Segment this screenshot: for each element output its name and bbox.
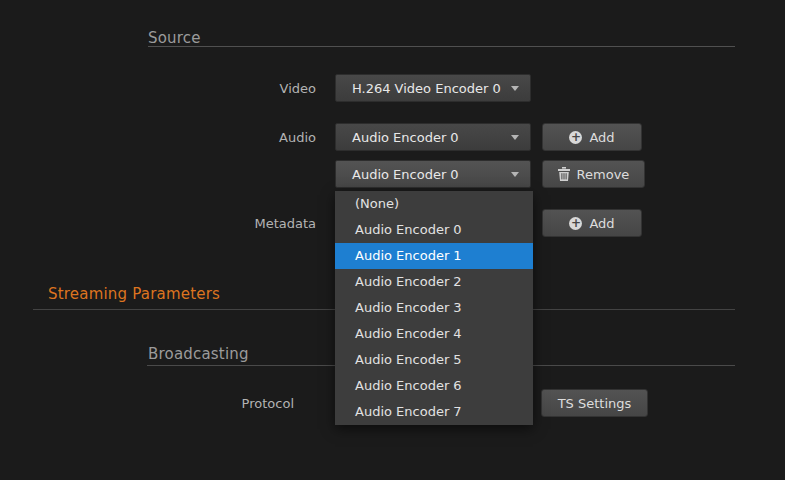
add-audio-button-label: Add [589, 130, 614, 145]
video-source-select[interactable]: H.264 Video Encoder 0 [335, 74, 531, 102]
audio-label: Audio [180, 130, 316, 145]
plus-circle-icon: + [569, 217, 582, 230]
source-section-divider [148, 46, 735, 47]
remove-audio-button-label: Remove [577, 167, 630, 182]
encoder-config-screen: Source Video H.264 Video Encoder 0 Audio… [0, 0, 785, 480]
dropdown-option[interactable]: Audio Encoder 5 [335, 347, 533, 373]
remove-audio-button[interactable]: Remove [542, 160, 645, 188]
video-source-value: H.264 Video Encoder 0 [352, 81, 501, 96]
add-metadata-button-label: Add [589, 216, 614, 231]
audio-encoder-dropdown-list: (None) Audio Encoder 0 Audio Encoder 1 A… [335, 191, 533, 425]
chevron-down-icon [511, 86, 519, 91]
add-audio-button[interactable]: + Add [542, 123, 642, 151]
dropdown-option[interactable]: Audio Encoder 3 [335, 295, 533, 321]
audio-source-value: Audio Encoder 0 [352, 130, 459, 145]
broadcasting-title: Broadcasting [148, 345, 249, 363]
chevron-down-icon [511, 172, 519, 177]
chevron-down-icon [511, 135, 519, 140]
dropdown-option[interactable]: (None) [335, 191, 533, 217]
plus-circle-icon: + [569, 131, 582, 144]
source-section-title: Source [148, 29, 201, 47]
audio-source-select-extra[interactable]: Audio Encoder 0 [335, 160, 531, 188]
audio-source-select[interactable]: Audio Encoder 0 [335, 123, 531, 151]
protocol-label: Protocol [158, 396, 294, 411]
audio-source-extra-value: Audio Encoder 0 [352, 167, 459, 182]
video-label: Video [180, 81, 316, 96]
dropdown-option[interactable]: Audio Encoder 0 [335, 217, 533, 243]
dropdown-option[interactable]: Audio Encoder 6 [335, 373, 533, 399]
metadata-label: Metadata [180, 216, 316, 231]
add-metadata-button[interactable]: + Add [542, 209, 642, 237]
ts-settings-button-label: TS Settings [558, 396, 632, 411]
ts-settings-button[interactable]: TS Settings [541, 389, 648, 417]
dropdown-option[interactable]: Audio Encoder 2 [335, 269, 533, 295]
dropdown-option[interactable]: Audio Encoder 4 [335, 321, 533, 347]
trash-icon [558, 167, 570, 181]
dropdown-option[interactable]: Audio Encoder 7 [335, 399, 533, 425]
dropdown-option-highlighted[interactable]: Audio Encoder 1 [335, 243, 533, 269]
streaming-parameters-title: Streaming Parameters [48, 285, 220, 303]
